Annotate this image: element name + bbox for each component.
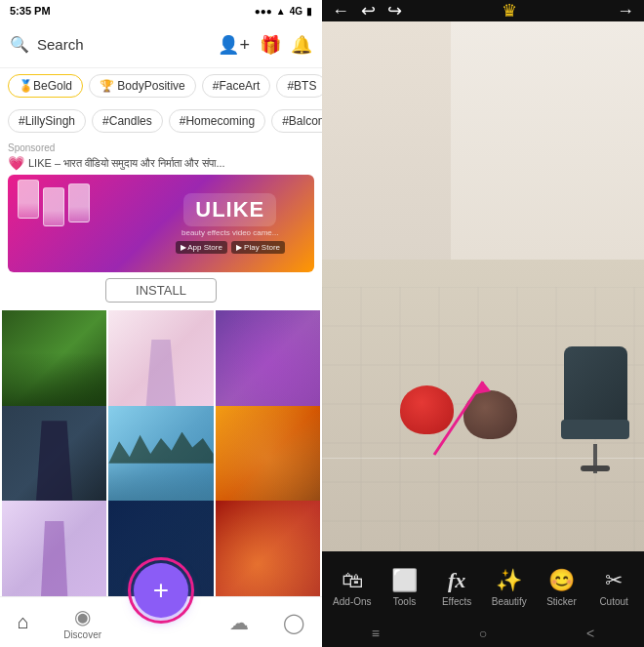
bottom-toolbar: 🛍 Add-Ons ⬜ Tools fx Effects ✨ Beautify … xyxy=(322,551,644,620)
home-button[interactable]: ○ xyxy=(479,626,487,641)
tag-lillysingh[interactable]: #LillySingh xyxy=(8,109,86,133)
tag-candles[interactable]: #Candles xyxy=(92,109,163,133)
cutout-label: Cutout xyxy=(599,596,627,607)
sponsored-section: Sponsored 💗 LIKE – भारत वीडियो समुदाय और… xyxy=(0,139,322,308)
tag-begold[interactable]: 🏅BeGold xyxy=(8,74,83,98)
grid-cell-9[interactable] xyxy=(216,501,320,596)
tools-label: Tools xyxy=(393,596,416,607)
explosion-overlay xyxy=(216,501,320,596)
app-store-badge: ▶ App Store xyxy=(176,241,227,254)
sponsored-title: 💗 LIKE – भारत वीडियो समुदाय और निर्माता … xyxy=(8,155,314,171)
fab-container: + xyxy=(134,563,188,618)
purple-overlay xyxy=(216,310,320,415)
grid-cell-7[interactable] xyxy=(2,501,106,596)
nav-cloud[interactable]: ☁ xyxy=(229,611,249,634)
tool-tools[interactable]: ⬜ Tools xyxy=(382,568,425,607)
undo-arrow[interactable]: ↩ xyxy=(361,0,376,21)
search-icon: 🔍 xyxy=(10,35,29,54)
tool-effects[interactable]: fx Effects xyxy=(435,568,478,607)
banner-tagline: beauty effects video came... xyxy=(181,228,278,237)
install-button-wrap: INSTALL xyxy=(8,272,314,308)
effects-icon: fx xyxy=(448,568,465,593)
nav-arrows: ← ↩ ↪ xyxy=(332,0,402,21)
trees-silhouette xyxy=(108,432,213,464)
grid-cell-5[interactable] xyxy=(108,406,213,510)
search-input[interactable]: Search xyxy=(37,36,210,53)
grid-cell-1[interactable] xyxy=(2,310,106,415)
beautify-icon: ✨ xyxy=(496,568,522,593)
grid-cell-3[interactable] xyxy=(216,310,320,415)
cutout-icon: ✂ xyxy=(605,568,623,593)
back-arrow[interactable]: ← xyxy=(332,1,349,21)
bottom-nav: ⌂ ◉ Discover ☁ ◯ + xyxy=(0,596,322,647)
grid-cell-4[interactable] xyxy=(2,406,106,510)
tag-balcony[interactable]: #Balcony xyxy=(271,109,322,133)
tools-icon: ⬜ xyxy=(391,568,418,593)
nav-discover[interactable]: ◉ Discover xyxy=(63,605,101,640)
tool-beautify[interactable]: ✨ Beautify xyxy=(488,568,531,607)
store-badges: ▶ App Store ▶ Play Store xyxy=(176,241,286,254)
search-actions: 👤+ 🎁 🔔 xyxy=(218,34,312,56)
notification-icon[interactable]: 🔔 xyxy=(291,34,312,56)
beautify-label: Beautify xyxy=(492,596,527,607)
svg-line-2 xyxy=(434,382,483,455)
search-bar[interactable]: 🔍 Search 👤+ 🎁 🔔 xyxy=(0,21,322,68)
addons-label: Add-Ons xyxy=(333,596,371,607)
right-status-bar: ← ↩ ↪ ♛ → xyxy=(322,0,644,21)
install-button[interactable]: INSTALL xyxy=(105,278,217,303)
figure-3 xyxy=(22,516,85,596)
signal-icon: ●●● xyxy=(255,6,272,17)
forward-arrow[interactable]: → xyxy=(617,1,634,21)
menu-button[interactable]: ≡ xyxy=(372,626,380,641)
wifi-icon: ▲ xyxy=(276,6,286,17)
nav-home[interactable]: ⌂ xyxy=(18,611,29,633)
nav-discover-label: Discover xyxy=(63,629,101,640)
status-icons: ●●● ▲ 4G ▮ xyxy=(255,6,312,17)
food-overlay xyxy=(216,406,320,510)
add-user-icon[interactable]: 👤+ xyxy=(218,34,250,56)
banner-phones xyxy=(18,180,90,226)
redo-arrow[interactable]: ↪ xyxy=(387,0,402,21)
sticker-icon: 😊 xyxy=(548,568,575,593)
chair-back xyxy=(564,346,627,425)
tags-row-1: 🏅BeGold 🏆 BodyPositive #FaceArt #BTS #..… xyxy=(0,68,322,103)
grid-cell-2[interactable] xyxy=(108,310,213,415)
back-button[interactable]: < xyxy=(586,626,594,641)
office-chair xyxy=(556,346,634,473)
left-panel: 5:35 PM ●●● ▲ 4G ▮ 🔍 Search 👤+ 🎁 🔔 🏅BeGo… xyxy=(0,0,322,647)
sticker-label: Sticker xyxy=(546,596,577,607)
play-store-badge: ▶ Play Store xyxy=(231,241,285,254)
banner-logo: ULIKE beauty effects video came... ▶ App… xyxy=(176,193,286,254)
home-icon: ⌂ xyxy=(18,611,29,633)
tool-cutout[interactable]: ✂ Cutout xyxy=(592,568,635,607)
time-display: 5:35 PM xyxy=(10,5,51,17)
nav-profile[interactable]: ◯ xyxy=(283,611,304,634)
sponsored-banner[interactable]: ULIKE beauty effects video came... ▶ App… xyxy=(8,175,314,272)
figure-2 xyxy=(22,416,85,510)
like-logo-text: ULIKE xyxy=(183,193,276,226)
heart-icon: 💗 xyxy=(8,155,24,171)
status-bar-left: 5:35 PM ●●● ▲ 4G ▮ xyxy=(0,0,322,21)
effects-label: Effects xyxy=(442,596,471,607)
battery-icon: ▮ xyxy=(306,6,312,17)
tag-bts[interactable]: #BTS xyxy=(276,74,322,98)
discover-icon: ◉ xyxy=(74,605,91,628)
network-icon: 4G xyxy=(290,6,302,17)
tool-sticker[interactable]: 😊 Sticker xyxy=(540,568,583,607)
tags-row-2: #LillySingh #Candles #Homecoming #Balcon… xyxy=(0,103,322,139)
sponsored-text: LIKE – भारत वीडियो समुदाय और निर्माता और… xyxy=(28,157,225,170)
chair-wheel xyxy=(581,465,610,471)
fab-border xyxy=(128,557,194,624)
phone-mock-2 xyxy=(43,187,64,226)
figure-1 xyxy=(130,331,192,415)
phone-mock-3 xyxy=(68,183,90,222)
sponsored-label: Sponsored xyxy=(8,142,314,153)
tool-addons[interactable]: 🛍 Add-Ons xyxy=(331,568,374,607)
gift-icon[interactable]: 🎁 xyxy=(260,34,281,56)
tag-bodypositive[interactable]: 🏆 BodyPositive xyxy=(89,74,196,98)
room-photo xyxy=(322,21,644,551)
tag-homecoming[interactable]: #Homecoming xyxy=(169,109,265,133)
tag-faceart[interactable]: #FaceArt xyxy=(202,74,271,98)
grid-cell-6[interactable] xyxy=(216,406,320,510)
arrow-pointer xyxy=(415,377,493,468)
